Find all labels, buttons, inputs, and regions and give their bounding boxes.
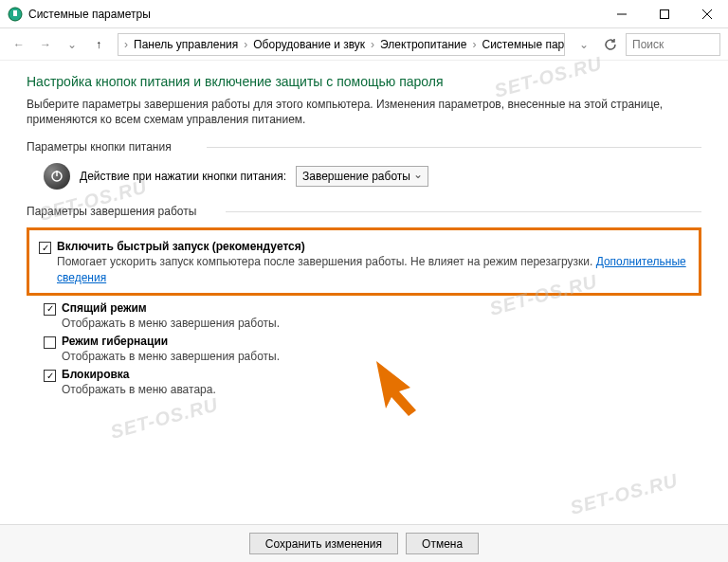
content-area: Настройка кнопок питания и включение защ… bbox=[0, 61, 728, 524]
fast-startup-highlight: Включить быстрый запуск (рекомендуется) … bbox=[27, 227, 701, 295]
power-action-select[interactable]: Завершение работы bbox=[296, 166, 428, 187]
lock-desc: Отображать в меню аватара. bbox=[62, 382, 701, 397]
lock-label: Блокировка bbox=[62, 368, 130, 381]
crumb-control-panel[interactable]: Панель управления bbox=[130, 38, 242, 51]
svg-rect-3 bbox=[660, 9, 668, 18]
save-button[interactable]: Сохранить изменения bbox=[249, 533, 398, 554]
footer-bar: Сохранить изменения Отмена bbox=[0, 524, 728, 562]
window-title: Системные параметры bbox=[28, 8, 600, 21]
lock-checkbox[interactable] bbox=[44, 370, 56, 382]
fast-startup-label: Включить быстрый запуск (рекомендуется) bbox=[57, 240, 305, 253]
nav-row: ← → ⌄ ↑ › Панель управления › Оборудован… bbox=[0, 28, 728, 61]
forward-button[interactable]: → bbox=[34, 33, 57, 56]
cancel-button[interactable]: Отмена bbox=[406, 533, 479, 554]
fast-startup-checkbox[interactable] bbox=[39, 242, 51, 254]
crumb-hardware[interactable]: Оборудование и звук bbox=[249, 38, 369, 51]
sleep-checkbox[interactable] bbox=[44, 303, 56, 316]
address-dropdown-icon[interactable]: ⌄ bbox=[573, 33, 595, 56]
titlebar: Системные параметры bbox=[0, 0, 728, 28]
page-heading: Настройка кнопок питания и включение защ… bbox=[27, 74, 701, 89]
close-button[interactable] bbox=[685, 0, 728, 28]
back-button[interactable]: ← bbox=[8, 33, 30, 56]
sleep-label: Спящий режим bbox=[62, 301, 147, 315]
search-input[interactable] bbox=[626, 33, 720, 56]
hibernate-label: Режим гибернации bbox=[62, 335, 168, 348]
maximize-button[interactable] bbox=[643, 0, 685, 28]
crumb-system-settings[interactable]: Системные параметры bbox=[478, 38, 565, 51]
app-icon bbox=[8, 7, 23, 22]
shutdown-section-label: Параметры завершения работы bbox=[27, 205, 701, 218]
page-subtext: Выберите параметры завершения работы для… bbox=[27, 97, 701, 127]
breadcrumb[interactable]: › Панель управления › Оборудование и зву… bbox=[118, 33, 565, 56]
svg-rect-1 bbox=[13, 10, 17, 16]
minimize-button[interactable] bbox=[600, 0, 643, 28]
power-action-label: Действие при нажатии кнопки питания: bbox=[80, 170, 286, 183]
hibernate-checkbox[interactable] bbox=[44, 336, 56, 349]
refresh-button[interactable] bbox=[599, 33, 622, 56]
hibernate-desc: Отображать в меню завершения работы. bbox=[62, 349, 701, 364]
sleep-desc: Отображать в меню завершения работы. bbox=[62, 316, 701, 331]
power-button-section-label: Параметры кнопки питания bbox=[27, 140, 701, 154]
history-dropdown-icon[interactable]: ⌄ bbox=[61, 33, 83, 56]
fast-startup-desc: Помогает ускорить запуск компьютера посл… bbox=[57, 254, 689, 284]
power-icon bbox=[44, 163, 70, 190]
crumb-power[interactable]: Электропитание bbox=[376, 38, 470, 51]
up-button[interactable]: ↑ bbox=[87, 33, 110, 56]
